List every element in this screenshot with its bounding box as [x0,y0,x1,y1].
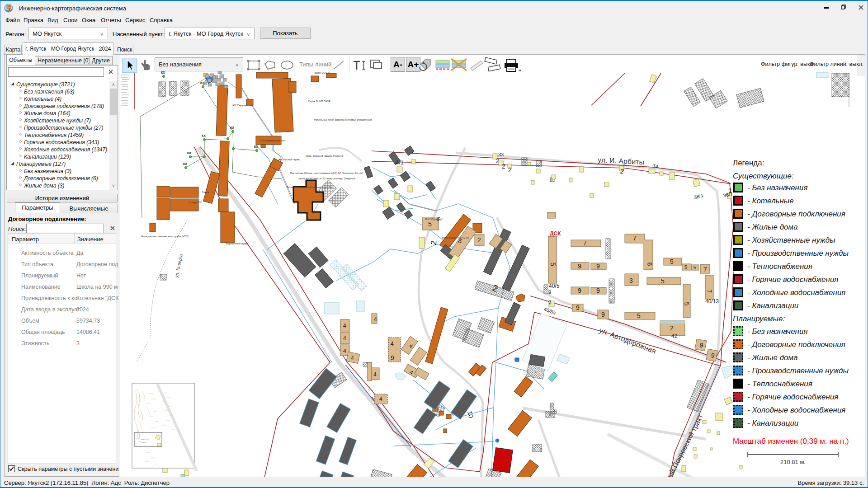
svg-text:КХ: КХ [161,71,165,74]
svg-text:Подрезанный гараж: Подрезанный гараж [225,242,248,245]
svg-text:Автобусный гараж: Автобусный гараж [278,158,300,161]
svg-text:7: 7 [706,289,713,293]
svg-text:Мобильный пункт диализа теплов: Мобильный пункт диализа тепловых отправл… [314,118,372,121]
svg-text:Авар. здание В "Школа Ремонта": Авар. здание В "Школа Ремонта" [306,155,344,157]
svg-text:4: 4 [351,355,354,361]
svg-text:9: 9 [576,304,580,311]
svg-text:2: 2 [670,324,674,332]
svg-text:7: 7 [583,239,587,247]
svg-text:5: 5 [684,264,687,270]
svg-text:Гараж ВНУП ПАСЕ: Гараж ВНУП ПАСЕ [308,100,330,103]
svg-text:40/5: 40/5 [549,283,560,289]
svg-text:4/1: 4/1 [396,159,404,166]
svg-text:ВАКС Россия по РС (Я): ВАКС Россия по РС (Я) [442,236,469,239]
svg-text:5: 5 [670,258,674,265]
svg-text:СПМ (значželjный цех): СПМ (значželjный цех) [259,139,286,142]
svg-text:3: 3 [629,277,633,284]
svg-text:5: 5 [661,277,665,285]
svg-text:КХ: КХ [202,134,206,137]
svg-text:9: 9 [601,311,605,318]
svg-text:4: 4 [343,335,346,342]
svg-text:5: 5 [693,265,696,270]
svg-text:9: 9 [596,263,600,270]
svg-text:9: 9 [596,287,600,294]
svg-text:5: 5 [428,221,432,228]
svg-text:2: 2 [495,157,499,164]
svg-text:АО "Верхоянская": АО "Верхоянская" [232,104,253,107]
svg-text:ДСК: ДСК [550,230,561,237]
svg-text:КХ: КХ [187,151,191,155]
svg-text:Мастерская (Склад - контирован: Мастерская (Склад - контирование АСС) АО… [290,172,363,174]
svg-text:школа на 990 мест в 203 кварта: школа на 990 мест в 203 квартале мкр. За… [298,177,355,180]
svg-text:Гараж: Гараж [202,191,209,193]
svg-text:4: 4 [343,348,346,354]
svg-text:КХ: КХ [254,145,258,148]
svg-text:КХ: КХ [230,126,234,129]
svg-text:9: 9 [391,354,394,361]
svg-text:Бильяр-Кустовая жилозонная под: Бильяр-Кустовая жилозонная подсобка [287,186,333,188]
svg-text:4: 4 [343,323,346,329]
svg-text:5: 5 [683,302,691,306]
svg-text:4: 4 [379,396,382,402]
svg-text:Склад МТС: Склад МТС [189,201,202,204]
svg-text:М-Н "Сунгатар": М-Н "Сунгатар" [425,218,443,221]
svg-text:4: 4 [391,341,394,347]
svg-text:9: 9 [578,287,581,294]
svg-text:Материально-техническая служба: Материально-техническая служба (МТС) [141,235,189,238]
svg-text:33: 33 [498,152,504,157]
svg-text:Гараж ЭСТОП: Гараж ЭСТОП [314,71,330,74]
svg-text:7а: 7а [653,163,659,169]
svg-text:4: 4 [373,371,377,378]
svg-text:КХ: КХ [183,162,187,165]
svg-text:2: 2 [502,163,505,170]
svg-text:2: 2 [477,236,481,244]
svg-text:5: 5 [549,262,557,266]
svg-text:7: 7 [633,235,637,242]
svg-text:6: 6 [646,262,654,266]
svg-text:42: 42 [671,333,678,339]
svg-text:9: 9 [578,263,581,270]
svg-text:4: 4 [374,316,377,323]
svg-text:2: 2 [508,166,512,174]
svg-text:40/13: 40/13 [705,298,719,305]
svg-text:5: 5 [637,312,641,319]
svg-text:7: 7 [703,266,707,273]
